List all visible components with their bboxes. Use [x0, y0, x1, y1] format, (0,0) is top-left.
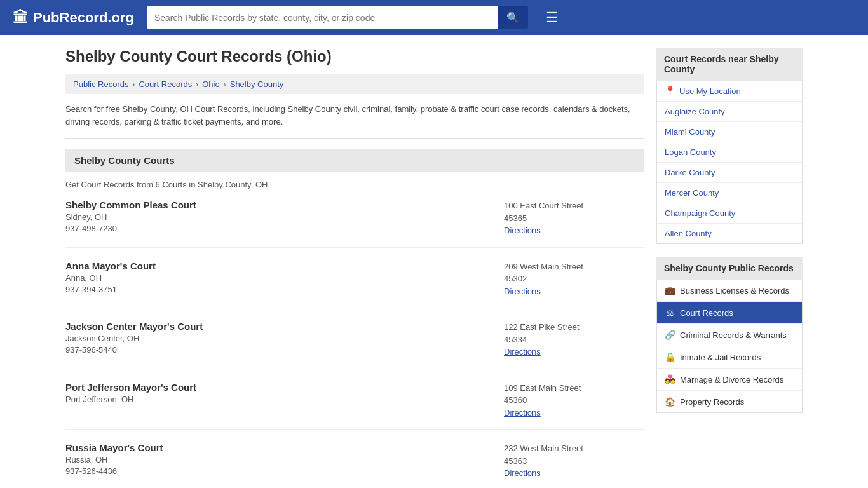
- directions-link[interactable]: Directions: [504, 408, 541, 417]
- court-entry: Anna Mayor's Court Anna, OH 937-394-3751…: [65, 261, 644, 309]
- court-entry: Jackson Center Mayor's Court Jackson Cen…: [65, 321, 644, 369]
- nearby-item[interactable]: Mercer County: [657, 183, 802, 203]
- court-info: Jackson Center Mayor's Court Jackson Cen…: [65, 321, 491, 358]
- breadcrumb: Public Records › Court Records › Ohio › …: [65, 74, 644, 94]
- search-area: 🔍: [147, 6, 528, 29]
- record-type-icon: 💑: [665, 374, 675, 384]
- nearby-item-label: Logan County: [665, 147, 716, 157]
- breadcrumb-ohio[interactable]: Ohio: [202, 79, 219, 89]
- search-input[interactable]: [147, 6, 498, 29]
- nearby-item[interactable]: Champaign County: [657, 203, 802, 224]
- court-city: Sidney, OH: [65, 212, 491, 222]
- court-address-line1: 122 East Pike Street: [504, 321, 644, 334]
- breadcrumb-sep-1: ›: [132, 80, 135, 89]
- courts-section-header: Shelby County Courts: [65, 149, 644, 172]
- directions-link[interactable]: Directions: [504, 468, 541, 478]
- court-address: 100 East Court Street 45365 Directions: [504, 200, 644, 237]
- directions-link[interactable]: Directions: [504, 226, 541, 235]
- logo-text: PubRecord.org: [33, 10, 134, 26]
- court-info: Shelby Common Pleas Court Sidney, OH 937…: [65, 200, 491, 237]
- court-name: Port Jefferson Mayor's Court: [65, 382, 491, 393]
- page-description: Search for free Shelby County, OH Court …: [65, 103, 644, 139]
- court-address: 109 East Main Street 45360 Directions: [504, 382, 644, 419]
- court-address: 122 East Pike Street 45334 Directions: [504, 321, 644, 358]
- nearby-item-label: Allen County: [665, 229, 712, 238]
- records-item[interactable]: 💼Business Licenses & Records: [657, 280, 802, 302]
- court-phone: 937-526-4436: [65, 466, 491, 476]
- record-type-label: Inmate & Jail Records: [680, 353, 761, 362]
- court-address-line1: 209 West Main Street: [504, 261, 644, 273]
- court-city: Port Jefferson, OH: [65, 395, 491, 404]
- court-address-line1: 100 East Court Street: [504, 200, 644, 212]
- breadcrumb-shelby-county[interactable]: Shelby County: [230, 79, 284, 89]
- court-address-line1: 232 West Main Street: [504, 442, 644, 455]
- nearby-item[interactable]: Auglaize County: [657, 102, 802, 122]
- directions-link[interactable]: Directions: [504, 347, 541, 356]
- sidebar: Court Records near Shelby County 📍Use My…: [656, 48, 803, 488]
- court-address: 232 West Main Street 45363 Directions: [504, 442, 644, 480]
- nearby-item[interactable]: 📍Use My Location: [657, 81, 802, 102]
- records-item[interactable]: ⚖Court Records: [657, 302, 802, 324]
- breadcrumb-sep-3: ›: [224, 80, 226, 89]
- court-entry: Port Jefferson Mayor's Court Port Jeffer…: [65, 382, 644, 430]
- court-name: Russia Mayor's Court: [65, 442, 491, 453]
- nearby-item-label: Miami County: [665, 127, 715, 137]
- record-type-icon: 💼: [665, 285, 675, 295]
- records-item[interactable]: 💑Marriage & Divorce Records: [657, 369, 802, 391]
- record-type-label: Criminal Records & Warrants: [680, 330, 787, 340]
- main-container: Shelby County Court Records (Ohio) Publi…: [53, 35, 815, 488]
- nearby-item[interactable]: Miami County: [657, 122, 802, 142]
- breadcrumb-sep-2: ›: [196, 80, 198, 89]
- records-item[interactable]: 🏠Property Records: [657, 391, 802, 412]
- court-phone: 937-498-7230: [65, 224, 491, 233]
- search-button[interactable]: 🔍: [498, 6, 528, 29]
- court-info: Russia Mayor's Court Russia, OH 937-526-…: [65, 442, 491, 480]
- nearby-item-label: Mercer County: [665, 188, 719, 198]
- record-type-icon: ⚖: [665, 308, 675, 318]
- site-header: 🏛 PubRecord.org 🔍 ☰: [0, 0, 868, 35]
- search-icon: 🔍: [506, 12, 519, 23]
- courts-subtext: Get Court Records from 6 Courts in Shelb…: [65, 180, 644, 189]
- menu-button[interactable]: ☰: [541, 7, 564, 29]
- nearby-item[interactable]: Darke County: [657, 163, 802, 183]
- court-address-line2: 45363: [504, 455, 644, 468]
- court-address-line2: 45360: [504, 394, 644, 407]
- nearby-item-label: Darke County: [665, 168, 715, 177]
- records-item[interactable]: 🔒Inmate & Jail Records: [657, 346, 802, 369]
- court-address-line1: 109 East Main Street: [504, 382, 644, 395]
- content-area: Shelby County Court Records (Ohio) Publi…: [65, 48, 644, 488]
- breadcrumb-court-records[interactable]: Court Records: [139, 79, 192, 89]
- breadcrumb-public-records[interactable]: Public Records: [73, 79, 128, 89]
- hamburger-icon: ☰: [546, 10, 559, 25]
- court-city: Anna, OH: [65, 273, 491, 283]
- nearby-item[interactable]: Allen County: [657, 224, 802, 243]
- court-city: Jackson Center, OH: [65, 334, 491, 343]
- court-name: Shelby Common Pleas Court: [65, 200, 491, 210]
- directions-link[interactable]: Directions: [504, 287, 541, 296]
- public-records-title: Shelby County Public Records: [656, 257, 803, 280]
- court-address-line2: 45302: [504, 273, 644, 285]
- court-name: Jackson Center Mayor's Court: [65, 321, 491, 332]
- court-phone: 937-596-5440: [65, 345, 491, 355]
- court-entry: Russia Mayor's Court Russia, OH 937-526-…: [65, 442, 644, 488]
- nearby-title: Court Records near Shelby County: [656, 48, 803, 81]
- records-item[interactable]: 🔗Criminal Records & Warrants: [657, 324, 802, 346]
- nearby-item-label: Champaign County: [665, 208, 735, 218]
- record-type-label: Business Licenses & Records: [680, 286, 789, 295]
- courts-list: Shelby Common Pleas Court Sidney, OH 937…: [65, 200, 644, 488]
- logo[interactable]: 🏛 PubRecord.org: [13, 9, 134, 27]
- court-entry: Shelby Common Pleas Court Sidney, OH 937…: [65, 200, 644, 248]
- court-city: Russia, OH: [65, 455, 491, 464]
- nearby-item-label: Use My Location: [679, 86, 741, 96]
- page-title: Shelby County Court Records (Ohio): [65, 48, 644, 65]
- record-type-icon: 🔒: [665, 352, 675, 362]
- records-list: 💼Business Licenses & Records⚖Court Recor…: [656, 280, 803, 413]
- court-info: Port Jefferson Mayor's Court Port Jeffer…: [65, 382, 491, 419]
- nearby-item[interactable]: Logan County: [657, 142, 802, 163]
- court-address-line2: 45365: [504, 212, 644, 225]
- record-type-label: Property Records: [680, 397, 744, 407]
- record-type-icon: 🔗: [665, 330, 675, 340]
- court-address: 209 West Main Street 45302 Directions: [504, 261, 644, 298]
- court-phone: 937-394-3751: [65, 285, 491, 294]
- record-type-label: Court Records: [680, 308, 733, 318]
